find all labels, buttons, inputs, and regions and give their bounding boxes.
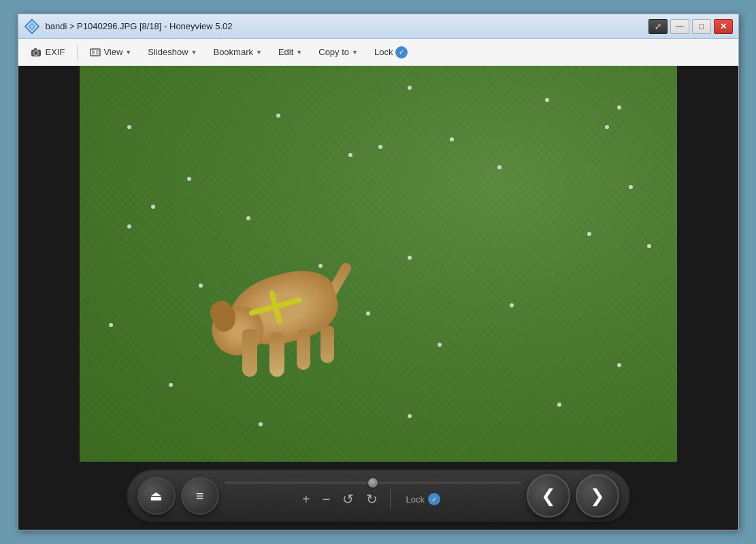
dog-leg-2: [269, 333, 284, 377]
rotate-left-button[interactable]: ↺: [340, 488, 357, 510]
grass-texture: [80, 66, 677, 462]
copy-to-label: Copy to: [318, 47, 349, 57]
svg-point-2: [30, 24, 34, 29]
zoom-in-button[interactable]: +: [299, 489, 313, 510]
lock-check-icon: ✓: [395, 46, 408, 58]
menu-bar: EXIF View ▼ Slideshow ▼ Bookmark ▼ Edit …: [18, 39, 738, 66]
slider-thumb[interactable]: [368, 478, 378, 488]
view-chevron: ▼: [125, 49, 131, 56]
photo-scene: [80, 66, 677, 462]
minimize-button[interactable]: —: [670, 19, 689, 34]
svg-rect-7: [92, 50, 95, 54]
eject-icon: ⏏: [150, 488, 163, 504]
photo-area: [80, 66, 677, 462]
edit-label: Edit: [278, 47, 293, 57]
left-sidebar: [18, 66, 80, 462]
rotate-right-button[interactable]: ↻: [363, 488, 380, 510]
content-area: [18, 66, 738, 462]
slideshow-menu[interactable]: Slideshow ▼: [141, 44, 203, 61]
slider-area: + − ↺ ↻ Lock ✓: [225, 481, 521, 510]
window-title: bandi > P1040296.JPG [8/18] - Honeyview …: [46, 21, 648, 31]
dog-leg-4: [321, 326, 334, 363]
bottom-control-bar: ⏏ ≡ + − ↺ ↻ Lock ✓: [18, 462, 738, 530]
dog-leg-1: [242, 329, 257, 377]
control-pill: ⏏ ≡ + − ↺ ↻ Lock ✓: [127, 469, 630, 522]
bookmark-label: Bookmark: [213, 47, 253, 57]
right-sidebar: [677, 66, 738, 462]
view-menu[interactable]: View ▼: [83, 44, 138, 61]
slideshow-chevron: ▼: [191, 49, 197, 56]
slider-track[interactable]: [225, 481, 521, 484]
exif-button[interactable]: EXIF: [24, 44, 72, 61]
dog-figure: [229, 275, 338, 343]
zoom-out-button[interactable]: −: [320, 489, 333, 510]
edit-chevron: ▼: [296, 49, 302, 56]
application-window: bandi > P1040296.JPG [8/18] - Honeyview …: [18, 14, 739, 530]
special-button[interactable]: ⤢: [648, 19, 668, 34]
image-container: [18, 66, 738, 462]
mini-controls: + − ↺ ↻ Lock ✓: [299, 488, 446, 510]
window-controls: ⤢ — □ ✕: [648, 19, 733, 34]
copy-to-chevron: ▼: [352, 49, 358, 56]
lock-menu[interactable]: Lock ✓: [367, 43, 414, 62]
menu-icon: ≡: [196, 488, 204, 504]
lock-label: Lock: [374, 47, 393, 57]
bookmark-menu[interactable]: Bookmark ▼: [206, 44, 268, 61]
bottom-lock-label: Lock: [406, 494, 424, 505]
bottom-lock-check-icon: ✓: [428, 493, 440, 505]
next-icon: ❯: [590, 486, 605, 507]
dog-harness: [245, 280, 321, 337]
edit-menu[interactable]: Edit ▼: [272, 44, 309, 61]
eject-button[interactable]: ⏏: [137, 477, 176, 515]
exif-label: EXIF: [46, 47, 65, 57]
copy-to-menu[interactable]: Copy to ▼: [312, 44, 365, 61]
slideshow-label: Slideshow: [148, 47, 188, 57]
next-button[interactable]: ❯: [576, 474, 619, 517]
title-bar: bandi > P1040296.JPG [8/18] - Honeyview …: [18, 14, 738, 39]
bottom-lock-button[interactable]: Lock ✓: [400, 490, 445, 508]
menu-divider: [77, 44, 78, 61]
close-button[interactable]: ✕: [714, 19, 733, 34]
svg-rect-8: [96, 50, 99, 52]
prev-icon: ❮: [541, 486, 556, 507]
view-icon: [90, 48, 101, 56]
maximize-button[interactable]: □: [692, 19, 711, 34]
controls-separator: [390, 489, 391, 509]
dog-leg-3: [297, 329, 310, 370]
app-logo: [24, 18, 40, 35]
svg-rect-9: [96, 52, 99, 54]
bookmark-chevron: ▼: [256, 49, 262, 56]
prev-button[interactable]: ❮: [527, 474, 570, 517]
view-label: View: [103, 47, 122, 57]
svg-rect-5: [34, 48, 37, 50]
camera-icon: [31, 47, 42, 58]
menu-button[interactable]: ≡: [181, 477, 219, 515]
